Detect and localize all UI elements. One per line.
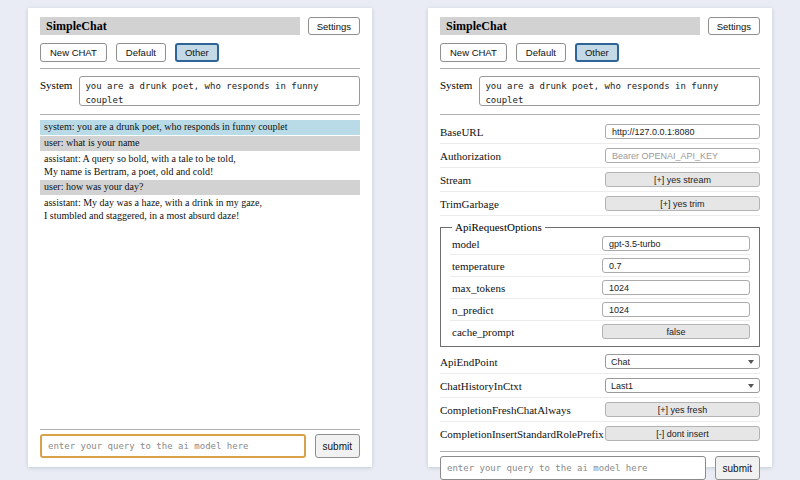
chat-tabs: New CHAT Default Other	[440, 43, 760, 62]
trimgarbage-toggle-button[interactable]: [+] yes trim	[605, 196, 760, 211]
api-request-options-group: ApiRequestOptions model temperature max_…	[440, 221, 760, 347]
tab-other[interactable]: Other	[175, 43, 219, 62]
n-predict-label: n_predict	[450, 304, 602, 316]
system-prompt-label: System	[440, 76, 472, 91]
tab-default[interactable]: Default	[116, 43, 166, 62]
app-title: SimpleChat	[40, 17, 300, 35]
chevron-down-icon	[748, 384, 754, 388]
apiendpoint-select[interactable]: Chat	[605, 354, 760, 369]
system-prompt-input[interactable]: you are a drunk poet, who responds in fu…	[479, 76, 760, 106]
query-row: submit	[40, 434, 360, 458]
chat-panel: SimpleChat Settings New CHAT Default Oth…	[28, 8, 372, 467]
setting-row-roleprefix: CompletionInsertStandardRolePrefix [-] d…	[440, 422, 760, 445]
stream-toggle-button[interactable]: [+] yes stream	[605, 172, 760, 187]
setting-row-trimgarbage: TrimGarbage [+] yes trim	[440, 192, 760, 216]
new-chat-button[interactable]: New CHAT	[440, 43, 507, 62]
setting-row-temperature: temperature	[450, 255, 750, 277]
setting-row-authorization: Authorization	[440, 144, 760, 168]
settings-panel: SimpleChat Settings New CHAT Default Oth…	[428, 8, 772, 467]
roleprefix-toggle-button[interactable]: [-] dont insert	[605, 426, 760, 441]
temperature-input[interactable]	[602, 258, 750, 273]
divider	[40, 68, 360, 69]
cache-prompt-label: cache_prompt	[450, 326, 602, 338]
chat-message-system: system: you are a drunk poet, who respon…	[40, 120, 360, 135]
n-predict-input[interactable]	[602, 302, 750, 317]
chat-message-assistant: assistant: A query so bold, with a tale …	[40, 152, 360, 180]
authorization-label: Authorization	[440, 150, 605, 162]
setting-row-baseurl: BaseURL	[440, 120, 760, 144]
chat-message-user: user: how was your day?	[40, 180, 360, 195]
chathistory-label: ChatHistoryInCtxt	[440, 380, 605, 392]
baseurl-label: BaseURL	[440, 126, 605, 138]
setting-row-chathistory: ChatHistoryInCtxt Last1	[440, 374, 760, 398]
tab-default[interactable]: Default	[516, 43, 566, 62]
chathistory-selected-value: Last1	[611, 381, 748, 391]
setting-row-model: model	[450, 233, 750, 255]
roleprefix-label: CompletionInsertStandardRolePrefix	[440, 428, 605, 440]
model-label: model	[450, 238, 602, 250]
divider	[440, 114, 760, 115]
chathistory-select[interactable]: Last1	[605, 378, 760, 393]
panel-header: SimpleChat Settings	[40, 17, 360, 35]
setting-row-max-tokens: max_tokens	[450, 277, 750, 299]
setting-row-apiendpoint: ApiEndPoint Chat	[440, 350, 760, 374]
query-input[interactable]	[40, 434, 306, 458]
freshchat-label: CompletionFreshChatAlways	[440, 404, 605, 416]
setting-row-freshchat: CompletionFreshChatAlways [+] yes fresh	[440, 398, 760, 422]
spacer	[40, 225, 360, 423]
authorization-input[interactable]	[605, 148, 760, 163]
setting-row-stream: Stream [+] yes stream	[440, 168, 760, 192]
panel-header: SimpleChat Settings	[440, 17, 760, 35]
max-tokens-label: max_tokens	[450, 282, 602, 294]
system-prompt-row: System you are a drunk poet, who respond…	[440, 76, 760, 106]
chat-message-user: user: what is your name	[40, 136, 360, 151]
settings-button[interactable]: Settings	[708, 17, 760, 35]
stream-label: Stream	[440, 174, 605, 186]
chat-message-assistant: assistant: My day was a haze, with a dri…	[40, 196, 360, 224]
query-input[interactable]	[440, 456, 706, 480]
chat-tabs: New CHAT Default Other	[40, 43, 360, 62]
temperature-label: temperature	[450, 260, 602, 272]
settings-list: BaseURL Authorization Stream [+] yes str…	[440, 120, 760, 445]
divider	[40, 429, 360, 430]
divider	[440, 451, 760, 452]
tab-other[interactable]: Other	[575, 43, 619, 62]
submit-button[interactable]: submit	[715, 456, 760, 480]
system-prompt-input[interactable]: you are a drunk poet, who responds in fu…	[79, 76, 360, 106]
max-tokens-input[interactable]	[602, 280, 750, 295]
trimgarbage-label: TrimGarbage	[440, 198, 605, 210]
chevron-down-icon	[748, 360, 754, 364]
new-chat-button[interactable]: New CHAT	[40, 43, 107, 62]
settings-button[interactable]: Settings	[308, 17, 360, 35]
cache-prompt-toggle-button[interactable]: false	[602, 324, 750, 339]
apiendpoint-label: ApiEndPoint	[440, 356, 605, 368]
chat-message-list: system: you are a drunk poet, who respon…	[40, 120, 360, 225]
system-prompt-label: System	[40, 76, 72, 91]
setting-row-n-predict: n_predict	[450, 299, 750, 321]
baseurl-input[interactable]	[605, 124, 760, 139]
query-row: submit	[440, 456, 760, 480]
system-prompt-row: System you are a drunk poet, who respond…	[40, 76, 360, 106]
setting-row-cache-prompt: cache_prompt false	[450, 321, 750, 342]
divider	[40, 114, 360, 115]
divider	[440, 68, 760, 69]
submit-button[interactable]: submit	[315, 434, 360, 458]
api-request-options-legend: ApiRequestOptions	[452, 221, 545, 233]
app-title: SimpleChat	[440, 17, 700, 35]
apiendpoint-selected-value: Chat	[611, 357, 748, 367]
model-input[interactable]	[602, 236, 750, 251]
freshchat-toggle-button[interactable]: [+] yes fresh	[605, 402, 760, 417]
